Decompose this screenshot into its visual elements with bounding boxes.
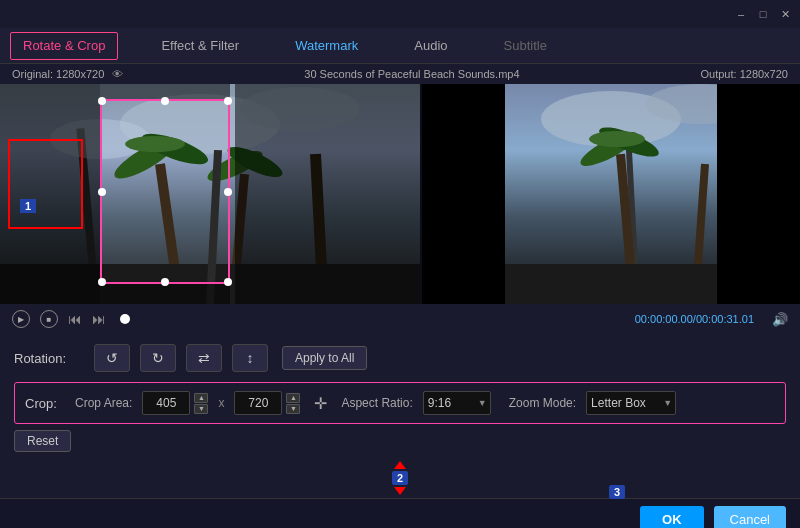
aspect-ratio-label: Aspect Ratio: <box>341 396 412 410</box>
height-spin-buttons: ▲ ▼ <box>286 393 300 414</box>
annotation-arrow-down <box>394 487 406 495</box>
crop-label: Crop: <box>25 396 65 411</box>
crop-height-input[interactable] <box>234 391 282 415</box>
crop-handle-top-right[interactable] <box>224 97 232 105</box>
dark-overlay-bottom <box>100 284 230 304</box>
right-preview-black-left <box>422 84 505 304</box>
prev-frame-button[interactable]: ⏮ <box>68 311 82 327</box>
aspect-ratio-select[interactable]: 9:16 16:9 4:3 1:1 Custom <box>423 391 491 415</box>
preview-left: 1 <box>0 84 420 304</box>
filename-label: 30 Seconds of Peaceful Beach Sounds.mp4 <box>304 68 519 80</box>
dark-overlay-right <box>235 84 420 304</box>
tab-watermark[interactable]: Watermark <box>282 32 371 60</box>
crop-crosshair-icon: ✛ <box>314 394 327 413</box>
crop-handle-bot-left[interactable] <box>98 278 106 286</box>
tab-subtitle[interactable]: Subtitle <box>491 32 560 60</box>
crop-handle-mid-right[interactable] <box>224 188 232 196</box>
width-spin-down[interactable]: ▼ <box>194 404 208 414</box>
crop-handle-top-mid[interactable] <box>161 97 169 105</box>
play-button[interactable]: ▶ <box>12 310 30 328</box>
rotation-label: Rotation: <box>14 351 84 366</box>
tab-bar: Rotate & Crop Effect & Filter Watermark … <box>0 28 800 64</box>
crop-handle-bot-right[interactable] <box>224 278 232 286</box>
annotation-2: 2 <box>392 461 408 495</box>
crop-area-label: Crop Area: <box>75 396 132 410</box>
close-button[interactable]: ✕ <box>778 7 792 21</box>
crop-handle-top-left[interactable] <box>98 97 106 105</box>
annotation-3: 3 <box>609 485 625 499</box>
rotation-row: Rotation: ↺ ↻ ⇄ ↕ Apply to All <box>14 344 786 372</box>
progress-indicator[interactable] <box>120 314 130 324</box>
stop-button[interactable]: ■ <box>40 310 58 328</box>
crop-width-group: ▲ ▼ <box>142 391 208 415</box>
aspect-ratio-wrapper: 9:16 16:9 4:3 1:1 Custom ▼ <box>423 391 491 415</box>
right-preview-black-right <box>717 84 800 304</box>
annotation-label-2: 2 <box>392 471 408 485</box>
time-display: 00:00:00.00/00:00:31.01 <box>635 313 754 325</box>
crop-height-group: ▲ ▼ <box>234 391 300 415</box>
playback-bar: ▶ ■ ⏮ ⏭ 00:00:00.00/00:00:31.01 🔊 <box>0 304 800 334</box>
flip-h-button[interactable]: ⇄ <box>186 344 222 372</box>
red-selection-box: 1 <box>8 139 83 229</box>
annotation-label-1: 1 <box>20 199 36 213</box>
crop-handle-bot-mid[interactable] <box>161 278 169 286</box>
next-frame-button[interactable]: ⏭ <box>92 311 106 327</box>
width-spin-up[interactable]: ▲ <box>194 393 208 403</box>
cancel-button[interactable]: Cancel <box>714 506 786 528</box>
annotation-arrow-up <box>394 461 406 469</box>
width-spin-buttons: ▲ ▼ <box>194 393 208 414</box>
height-spin-down[interactable]: ▼ <box>286 404 300 414</box>
apply-to-all-button[interactable]: Apply to All <box>282 346 367 370</box>
original-label: Original: 1280x720 <box>12 68 104 80</box>
zoom-mode-select[interactable]: Letter Box Pan & Scan Full <box>586 391 676 415</box>
output-label: Output: 1280x720 <box>701 68 788 80</box>
rotate-cw-button[interactable]: ↻ <box>140 344 176 372</box>
tab-effect-filter[interactable]: Effect & Filter <box>148 32 252 60</box>
controls-section: Rotation: ↺ ↻ ⇄ ↕ Apply to All Crop: Cro… <box>0 334 800 458</box>
x-separator: x <box>218 396 224 410</box>
video-scene-left: 1 <box>0 84 420 304</box>
annotation-2-area: 2 <box>0 458 800 498</box>
zoom-mode-wrapper: Letter Box Pan & Scan Full ▼ <box>586 391 676 415</box>
annotation-label-3: 3 <box>609 485 625 499</box>
video-scene-right <box>422 84 800 304</box>
reset-button[interactable]: Reset <box>14 430 71 452</box>
reset-row: Reset <box>14 430 786 452</box>
ok-button[interactable]: OK <box>640 506 704 528</box>
action-bar: 3 OK Cancel <box>0 498 800 528</box>
flip-v-button[interactable]: ↕ <box>232 344 268 372</box>
zoom-mode-label: Zoom Mode: <box>509 396 576 410</box>
crop-row: Crop: Crop Area: ▲ ▼ x ▲ ▼ ✛ Aspect Rati… <box>14 382 786 424</box>
tab-rotate-crop[interactable]: Rotate & Crop <box>10 32 118 60</box>
title-bar: – □ ✕ <box>0 0 800 28</box>
crop-selection-box[interactable] <box>100 99 230 284</box>
eye-icon[interactable]: 👁 <box>112 68 123 80</box>
preview-right <box>422 84 800 304</box>
height-spin-up[interactable]: ▲ <box>286 393 300 403</box>
svg-point-18 <box>589 131 645 147</box>
preview-area: 1 <box>0 84 800 304</box>
preview-info-bar: Original: 1280x720 👁 30 Seconds of Peace… <box>0 64 800 84</box>
tab-audio[interactable]: Audio <box>401 32 460 60</box>
crop-width-input[interactable] <box>142 391 190 415</box>
maximize-button[interactable]: □ <box>756 7 770 21</box>
minimize-button[interactable]: – <box>734 7 748 21</box>
rotate-ccw-button[interactable]: ↺ <box>94 344 130 372</box>
crop-handle-mid-left[interactable] <box>98 188 106 196</box>
volume-icon[interactable]: 🔊 <box>772 312 788 327</box>
